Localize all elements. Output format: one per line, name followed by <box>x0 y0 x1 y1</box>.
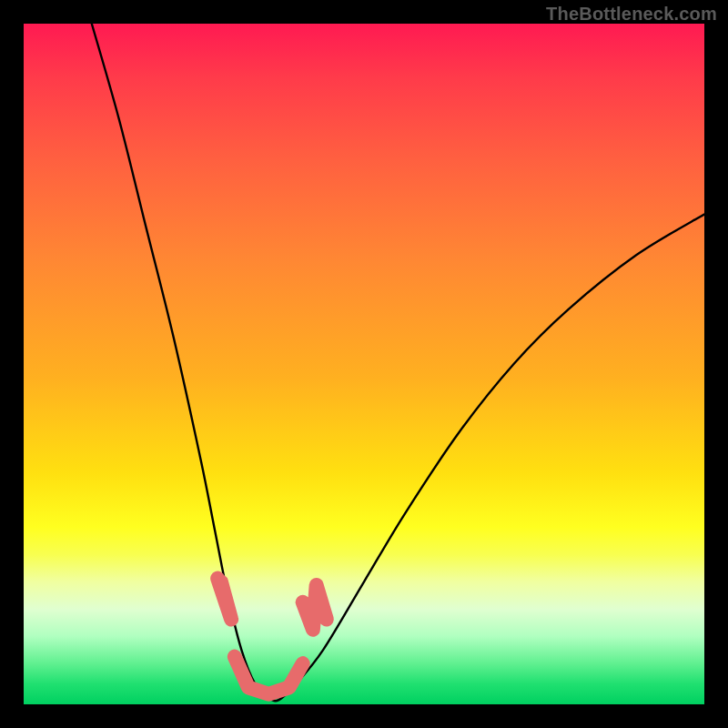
paint-bottom-arc <box>235 657 303 694</box>
chart-svg <box>24 24 704 704</box>
paint-right-stroke <box>303 585 327 630</box>
watermark-text: TheBottleneck.com <box>546 4 717 25</box>
chart-plot-area <box>24 24 704 704</box>
paint-left-stroke <box>217 579 231 620</box>
bottleneck-curve <box>92 24 704 701</box>
